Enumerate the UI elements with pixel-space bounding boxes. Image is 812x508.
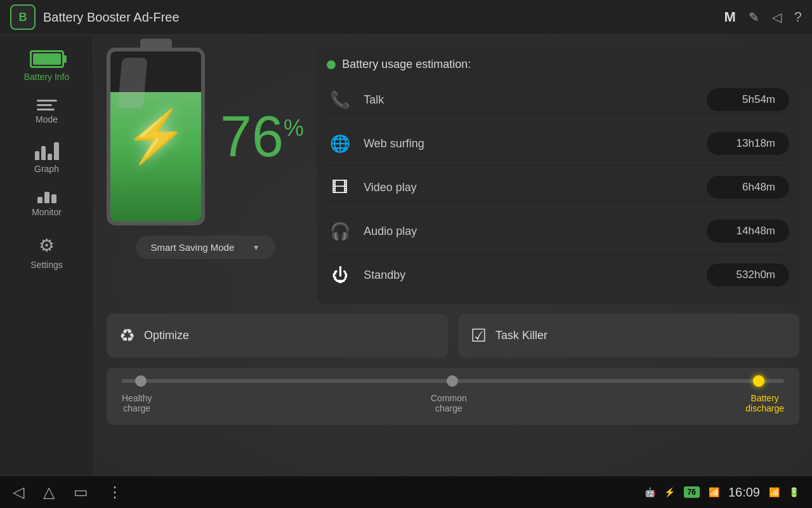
battery-icon-bar: 🔋 xyxy=(789,487,799,497)
slider-label-discharge: Battery discharge xyxy=(745,393,784,413)
bottom-bar: ◁ △ ▭ ⋮ 🤖 ⚡ 76 📶 16:09 📶 🔋 xyxy=(0,476,812,508)
m-button[interactable]: M xyxy=(724,9,735,25)
usage-label-web-surfing: Web surfing xyxy=(363,137,697,150)
optimize-icon: ♻ xyxy=(119,325,135,346)
battery-drawing-wrap: ⚡ xyxy=(107,48,205,225)
sidebar-item-monitor[interactable]: Monitor xyxy=(0,183,93,226)
mode-icon xyxy=(37,100,57,110)
battery-info-icon xyxy=(30,50,64,68)
app-title: Battery Booster Ad-Free xyxy=(43,10,724,25)
sidebar-item-settings[interactable]: ⚙ Settings xyxy=(0,226,93,279)
home-button[interactable]: △ xyxy=(43,483,55,501)
recent-button[interactable]: ▭ xyxy=(74,483,88,501)
charge-slider-track[interactable] xyxy=(122,379,784,383)
task-killer-button[interactable]: ☑ Task Killer xyxy=(458,314,799,358)
main-layout: Battery Info Mode Graph xyxy=(0,35,812,508)
slider-fill xyxy=(122,379,684,383)
video-play-icon: 🎞 xyxy=(327,174,353,201)
sidebar-item-graph[interactable]: Graph xyxy=(0,133,93,183)
top-icons-group: M ✎ ◁ ? xyxy=(724,9,802,25)
mode-dropdown[interactable]: Smart Saving Mode ▼ xyxy=(136,236,275,259)
usage-title: Battery usage estimation: xyxy=(342,58,471,71)
usage-time-talk: 5h54m xyxy=(707,88,789,111)
battery-percent-value: 76% xyxy=(220,108,304,165)
graph-icon xyxy=(35,142,59,160)
buttons-row: ♻ Optimize ☑ Task Killer xyxy=(107,314,799,358)
menu-button[interactable]: ⋮ xyxy=(107,483,122,501)
back-button[interactable]: ◁ xyxy=(13,483,24,501)
sidebar-label-battery-info: Battery Info xyxy=(24,72,70,82)
edit-icon[interactable]: ✎ xyxy=(749,10,759,25)
optimize-button[interactable]: ♻ Optimize xyxy=(107,314,448,358)
usb-icon: ⚡ xyxy=(664,487,675,497)
sidebar-item-battery-info[interactable]: Battery Info xyxy=(0,41,93,91)
status-icons: 🤖 ⚡ 76 📶 16:09 📶 🔋 xyxy=(645,485,799,500)
usage-item-audio-play: 🎧 Audio play 14h48m xyxy=(327,213,789,250)
mode-dropdown-label: Smart Saving Mode xyxy=(151,242,235,253)
right-panel: Battery usage estimation: 📞 Talk 5h54m 🌐… xyxy=(317,48,799,304)
battery-shine xyxy=(118,58,148,109)
battery-main: ⚡ 76% Smart Saving Mode ▼ xyxy=(107,48,304,259)
usage-time-audio-play: 14h48m xyxy=(707,220,789,243)
status-dot xyxy=(327,60,336,69)
usage-header: Battery usage estimation: xyxy=(327,58,789,71)
sidebar: Battery Info Mode Graph xyxy=(0,35,94,508)
percent-number: 76 xyxy=(220,105,284,168)
signal-icon: 📶 xyxy=(709,487,719,497)
audio-play-icon: 🎧 xyxy=(327,218,353,244)
usage-label-standby: Standby xyxy=(363,269,697,282)
usage-label-talk: Talk xyxy=(363,93,697,107)
help-icon[interactable]: ? xyxy=(794,9,802,25)
monitor-icon xyxy=(37,192,56,203)
sidebar-label-settings: Settings xyxy=(30,260,63,270)
battery-visual: ⚡ xyxy=(107,48,205,225)
usage-item-video-play: 🎞 Video play 6h48m xyxy=(327,169,789,206)
slider-label-healthy: Healthy charge xyxy=(122,393,152,413)
sidebar-item-mode[interactable]: Mode xyxy=(0,91,93,133)
optimize-label: Optimize xyxy=(144,329,189,342)
content-top: ⚡ 76% Smart Saving Mode ▼ xyxy=(107,48,799,304)
usage-item-talk: 📞 Talk 5h54m xyxy=(327,81,789,119)
sidebar-label-mode: Mode xyxy=(36,114,58,124)
usage-item-web-surfing: 🌐 Web surfing 13h18m xyxy=(327,125,789,163)
battery-percentage-display: 76% xyxy=(220,108,304,165)
slider-thumb-right[interactable] xyxy=(753,375,764,387)
battery-bolt-icon: ⚡ xyxy=(124,107,188,166)
usage-time-standby: 532h0m xyxy=(707,264,789,286)
task-killer-icon: ☑ xyxy=(471,325,487,346)
charge-slider-panel: Healthy charge Common charge Battery dis… xyxy=(107,368,799,425)
slider-labels: Healthy charge Common charge Battery dis… xyxy=(122,393,784,413)
usage-list: 📞 Talk 5h54m 🌐 Web surfing 13h18m 🎞 Vide… xyxy=(327,81,789,293)
chevron-down-icon: ▼ xyxy=(252,243,260,252)
usage-time-video-play: 6h48m xyxy=(707,176,789,199)
top-bar: B Battery Booster Ad-Free M ✎ ◁ ? xyxy=(0,0,812,35)
content-area: ⚡ 76% Smart Saving Mode ▼ xyxy=(94,35,812,508)
slider-thumb-left[interactable] xyxy=(135,375,147,387)
usage-label-audio-play: Audio play xyxy=(363,225,697,238)
usage-item-standby: ⏻ Standby 532h0m xyxy=(327,257,789,293)
task-killer-label: Task Killer xyxy=(495,329,547,342)
settings-icon: ⚙ xyxy=(39,235,55,256)
web-surfing-icon: 🌐 xyxy=(327,130,353,157)
battery-visual-row: ⚡ 76% xyxy=(107,48,304,225)
battery-cap xyxy=(140,39,172,48)
wifi-icon: 📶 xyxy=(769,487,780,497)
slider-thumb-mid[interactable] xyxy=(447,375,458,387)
usage-label-video-play: Video play xyxy=(363,181,697,194)
sidebar-label-monitor: Monitor xyxy=(32,207,62,217)
sidebar-label-graph: Graph xyxy=(34,164,59,174)
slider-label-common: Common charge xyxy=(431,393,467,413)
usage-time-web-surfing: 13h18m xyxy=(707,132,789,155)
standby-icon: ⏻ xyxy=(327,262,353,288)
percent-sign: % xyxy=(284,117,304,140)
battery-level-badge: 76 xyxy=(684,486,700,498)
android-icon: 🤖 xyxy=(645,487,655,497)
share-icon[interactable]: ◁ xyxy=(772,10,782,25)
talk-icon: 📞 xyxy=(327,86,353,113)
clock-display: 16:09 xyxy=(728,485,760,500)
app-icon: B xyxy=(10,4,36,30)
